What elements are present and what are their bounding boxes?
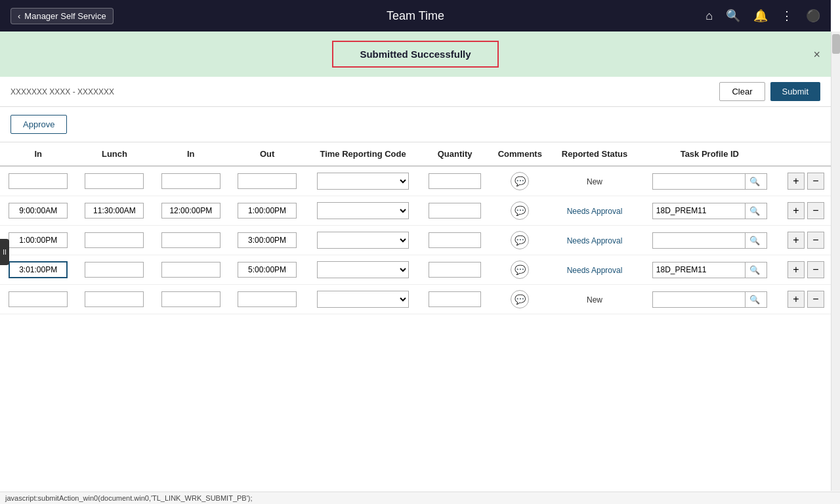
status-label-3: Needs Approval [567,266,623,275]
lunch-input-1[interactable] [85,203,144,219]
remove-row-button-1[interactable]: − [807,202,824,219]
task-input-4[interactable] [653,292,745,306]
out-input-4[interactable] [238,291,297,307]
in1-input-0[interactable] [9,173,68,189]
out-input-2[interactable] [238,232,297,248]
task-wrapper-3: 🔍 [652,262,767,278]
search-icon: 🔍 [749,265,760,275]
remove-row-button-4[interactable]: − [807,291,824,308]
col-actions [781,142,831,166]
col-out: Out [229,142,305,166]
comment-icon: 💬 [514,264,526,275]
task-wrapper-1: 🔍 [652,203,767,219]
row-actions-3: + − [784,261,828,278]
submit-button[interactable]: Submit [770,82,820,101]
col-comments: Comments [489,142,551,166]
row-actions-4: + − [784,291,828,308]
qty-input-4[interactable] [429,291,481,307]
action-bar-partial-text: XXXXXXX XXXX - XXXXXXX [10,87,713,96]
approve-button[interactable]: Approve [10,115,67,134]
task-input-3[interactable] [653,262,745,277]
comment-icon: 💬 [514,176,526,186]
in2-input-1[interactable] [161,203,220,219]
in2-input-4[interactable] [161,291,220,307]
task-wrapper-4: 🔍 [652,291,767,308]
home-icon[interactable]: ⌂ [705,9,713,23]
side-tab-label: II [3,249,7,256]
in1-input-1[interactable] [9,203,68,219]
qty-input-1[interactable] [429,203,481,219]
more-icon[interactable]: ⋮ [781,9,793,23]
in1-input-4[interactable] [9,291,68,307]
table-row: 💬 New 🔍 + − [0,166,831,196]
back-button[interactable]: ‹ Manager Self Service [10,8,114,24]
trc-select-1[interactable] [317,202,409,219]
remove-row-button-3[interactable]: − [807,261,824,278]
success-banner: Submitted Successfully × [0,32,831,77]
search-icon: 🔍 [749,236,760,245]
in2-input-3[interactable] [161,262,220,278]
trc-select-4[interactable] [317,291,409,308]
bell-icon[interactable]: 🔔 [753,9,768,23]
col-in2: In [153,142,229,166]
back-arrow-icon: ‹ [18,11,20,21]
comment-button-3[interactable]: 💬 [511,261,529,279]
search-icon[interactable]: 🔍 [726,9,740,23]
header-icons: ⌂ 🔍 🔔 ⋮ ⚫ [705,9,820,23]
task-search-button-0[interactable]: 🔍 [745,174,764,189]
table-row: 💬 Needs Approval 🔍 + − [0,196,831,226]
col-in1: In [0,142,76,166]
remove-row-button-0[interactable]: − [807,173,824,190]
qty-input-0[interactable] [429,173,481,189]
trc-select-3[interactable] [317,261,409,278]
add-row-button-1[interactable]: + [788,202,805,219]
comment-icon: 💬 [514,294,526,304]
add-row-button-0[interactable]: + [788,173,805,190]
task-search-button-4[interactable]: 🔍 [745,292,764,307]
page-title: Team Time [387,9,444,23]
lunch-input-4[interactable] [85,291,144,307]
out-input-1[interactable] [238,203,297,219]
comment-button-1[interactable]: 💬 [511,201,529,220]
side-tab[interactable]: II [0,239,9,265]
remove-row-button-2[interactable]: − [807,232,824,249]
block-icon[interactable]: ⚫ [806,9,820,23]
add-row-button-4[interactable]: + [788,291,805,308]
out-input-3[interactable] [238,262,297,278]
back-label: Manager Self Service [24,11,106,21]
task-search-button-1[interactable]: 🔍 [745,203,764,219]
task-search-button-3[interactable]: 🔍 [745,262,764,278]
task-input-2[interactable] [653,233,745,247]
lunch-input-3[interactable] [85,262,144,278]
out-input-0[interactable] [238,173,297,189]
comment-icon: 💬 [514,205,526,216]
task-search-button-2[interactable]: 🔍 [745,233,764,248]
in1-input-3[interactable] [9,261,68,278]
qty-input-3[interactable] [429,262,481,278]
comment-button-4[interactable]: 💬 [511,290,529,308]
table-row: 💬 Needs Approval 🔍 + − [0,255,831,285]
action-bar-buttons: Clear Submit [719,82,820,101]
search-icon: 🔍 [749,295,760,304]
add-row-button-2[interactable]: + [788,232,805,249]
table-header-row: In Lunch In Out Time Reporting Code Quan… [0,142,831,166]
clear-button[interactable]: Clear [719,82,765,101]
row-actions-0: + − [784,173,828,190]
qty-input-2[interactable] [429,232,481,248]
banner-close-button[interactable]: × [813,47,820,61]
lunch-input-0[interactable] [85,173,144,189]
trc-select-0[interactable] [317,173,409,190]
trc-select-2[interactable] [317,232,409,249]
lunch-input-2[interactable] [85,232,144,248]
scrollbar[interactable] [831,32,840,314]
in1-input-2[interactable] [9,232,68,248]
in2-input-2[interactable] [161,232,220,248]
add-row-button-3[interactable]: + [788,261,805,278]
comment-icon: 💬 [514,235,526,245]
scrollbar-thumb[interactable] [832,34,840,54]
in2-input-0[interactable] [161,173,220,189]
task-input-0[interactable] [653,174,745,188]
comment-button-2[interactable]: 💬 [511,231,529,249]
task-input-1[interactable] [653,203,745,218]
comment-button-0[interactable]: 💬 [511,172,529,190]
